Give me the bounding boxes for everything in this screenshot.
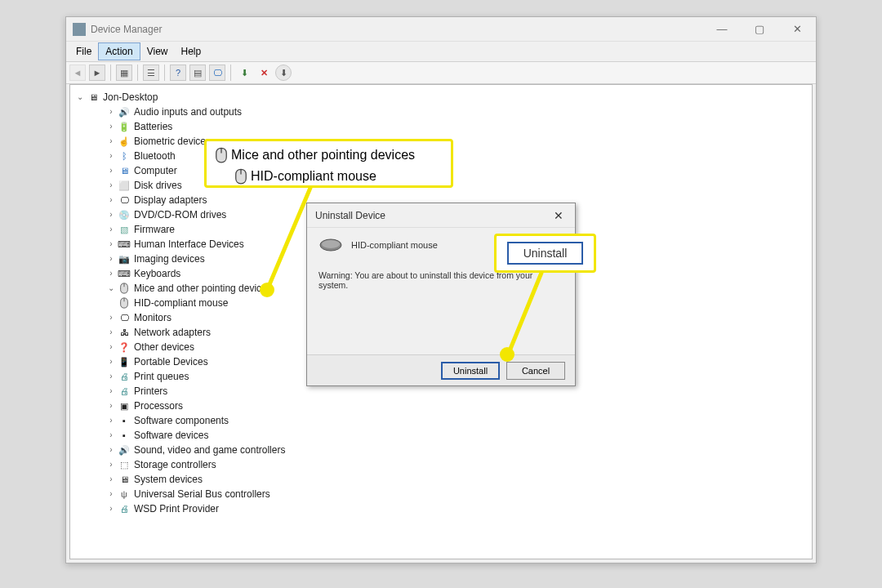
toolbar: ◄ ► ▦ ☰ ? ▤ 🖵 ⬇ ✕ ⬇ <box>66 61 816 84</box>
imaging-icon: 📷 <box>118 253 131 265</box>
back-button: ◄ <box>69 65 86 81</box>
expand-icon[interactable]: › <box>106 193 116 207</box>
dialog-title: Uninstall Device <box>315 210 385 221</box>
minimize-button[interactable]: — <box>703 17 741 42</box>
monitor-icon: 🖵 <box>118 312 131 323</box>
mouse-icon <box>234 171 247 182</box>
scan-hardware-button[interactable]: 🖵 <box>209 65 225 81</box>
tree-item-audio[interactable]: ›🔊Audio inputs and outputs <box>106 105 812 119</box>
expand-icon[interactable]: › <box>106 119 116 134</box>
expand-icon[interactable]: › <box>106 163 116 178</box>
expand-icon[interactable]: › <box>106 457 116 472</box>
annotation-dot <box>500 347 514 362</box>
mouse-icon <box>118 297 131 309</box>
annotation-callout-uninstall: Uninstall <box>494 234 596 273</box>
tree-item-swdevices[interactable]: ›▪Software devices <box>106 428 812 443</box>
tree-item-wsd[interactable]: ›🖨WSD Print Provider <box>106 501 812 516</box>
expand-icon[interactable]: › <box>106 310 116 325</box>
printer-icon: 🖨 <box>118 503 131 514</box>
disk-icon: ⬜ <box>118 180 131 191</box>
expand-icon[interactable]: › <box>106 340 116 354</box>
uninstall-button[interactable]: Uninstall <box>441 362 500 380</box>
maximize-button[interactable]: ▢ <box>741 17 778 42</box>
menu-view[interactable]: View <box>140 43 175 60</box>
properties-button[interactable]: ☰ <box>143 65 159 81</box>
collapse-icon[interactable]: ⌄ <box>75 90 85 105</box>
dialog-device-name: HID-compliant mouse <box>351 240 438 250</box>
tree-item-sound[interactable]: ›🔊Sound, video and game controllers <box>106 443 812 457</box>
dialog-close-button[interactable]: ✕ <box>542 209 575 222</box>
sound-icon: 🔊 <box>118 444 131 456</box>
annotation-dot <box>260 283 274 297</box>
expand-icon[interactable]: › <box>106 501 116 516</box>
firmware-icon: ▧ <box>118 224 131 235</box>
portable-icon: 📱 <box>118 356 131 368</box>
battery-icon: 🔋 <box>118 121 131 132</box>
expand-icon[interactable]: › <box>106 266 116 281</box>
forward-button[interactable]: ► <box>89 65 105 81</box>
root-label: Jon-Desktop <box>103 90 158 105</box>
display-adapter-icon: 🖵 <box>118 194 131 206</box>
expand-icon[interactable]: › <box>106 472 116 487</box>
menu-help[interactable]: Help <box>175 43 208 60</box>
menu-action[interactable]: Action <box>98 42 140 60</box>
computer-root-icon: 🖥 <box>87 91 100 103</box>
enable-device-button[interactable]: ⬇ <box>236 65 252 81</box>
tree-item-storage[interactable]: ›⬚Storage controllers <box>106 457 812 472</box>
expand-icon[interactable]: › <box>106 149 116 163</box>
callout-line1: Mice and other pointing devices <box>231 148 415 163</box>
window-title: Device Manager <box>91 24 162 35</box>
help-button[interactable]: ? <box>170 65 186 81</box>
cancel-button[interactable]: Cancel <box>506 362 565 380</box>
expand-icon[interactable]: › <box>106 428 116 443</box>
tree-item-system[interactable]: ›🖥System devices <box>106 472 812 487</box>
mouse-icon <box>118 283 131 294</box>
uninstall-device-button[interactable]: ✕ <box>256 65 272 81</box>
separator <box>137 65 138 81</box>
dvd-icon: 💿 <box>118 209 131 220</box>
expand-icon[interactable]: › <box>106 178 116 193</box>
expand-icon[interactable]: › <box>106 487 116 501</box>
expand-icon[interactable]: › <box>106 134 116 149</box>
tree-item-batteries[interactable]: ›🔋Batteries <box>106 119 812 134</box>
devices-by-type-button[interactable]: ▤ <box>189 65 206 81</box>
expand-icon[interactable]: › <box>106 413 116 428</box>
separator <box>110 65 111 81</box>
expand-icon[interactable]: › <box>106 237 116 252</box>
expand-icon[interactable]: › <box>106 222 116 237</box>
system-icon: 🖥 <box>118 474 131 485</box>
menu-file[interactable]: File <box>69 43 98 60</box>
printer-icon: 🖨 <box>118 371 131 382</box>
tree-root[interactable]: ⌄ 🖥 Jon-Desktop <box>75 90 812 105</box>
expand-icon[interactable]: › <box>106 105 116 119</box>
processor-icon: ▣ <box>118 400 131 412</box>
tree-item-usb[interactable]: ›ψUniversal Serial Bus controllers <box>106 487 812 501</box>
svg-point-2 <box>322 240 340 248</box>
tree-item-processors[interactable]: ›▣Processors <box>106 399 812 413</box>
mouse-icon <box>318 238 343 252</box>
expand-icon[interactable]: › <box>106 325 116 340</box>
dialog-button-row: Uninstall Cancel <box>307 354 575 385</box>
uninstall-device-dialog: Uninstall Device ✕ HID-compliant mouse W… <box>306 203 576 386</box>
expand-icon[interactable]: › <box>106 252 116 266</box>
expand-icon[interactable]: › <box>106 384 116 399</box>
expand-icon[interactable]: › <box>106 354 116 369</box>
bluetooth-icon: ᛒ <box>118 150 131 162</box>
separator <box>164 65 165 81</box>
show-hidden-button[interactable]: ▦ <box>116 65 132 81</box>
software-icon: ▪ <box>118 415 131 426</box>
other-icon: ❓ <box>118 341 131 353</box>
collapse-icon[interactable]: ⌄ <box>106 281 116 296</box>
expand-icon[interactable]: › <box>106 399 116 413</box>
app-icon <box>73 23 86 36</box>
close-button[interactable]: ✕ <box>778 17 816 42</box>
update-driver-button[interactable]: ⬇ <box>275 65 292 81</box>
tree-item-swcomponents[interactable]: ›▪Software components <box>106 413 812 428</box>
keyboard-icon: ⌨ <box>118 268 131 279</box>
expand-icon[interactable]: › <box>106 369 116 384</box>
usb-icon: ψ <box>118 488 131 500</box>
expand-icon[interactable]: › <box>106 207 116 222</box>
expand-icon[interactable]: › <box>106 443 116 457</box>
mouse-icon <box>215 149 228 161</box>
callout-line2: HID-compliant mouse <box>251 169 376 184</box>
